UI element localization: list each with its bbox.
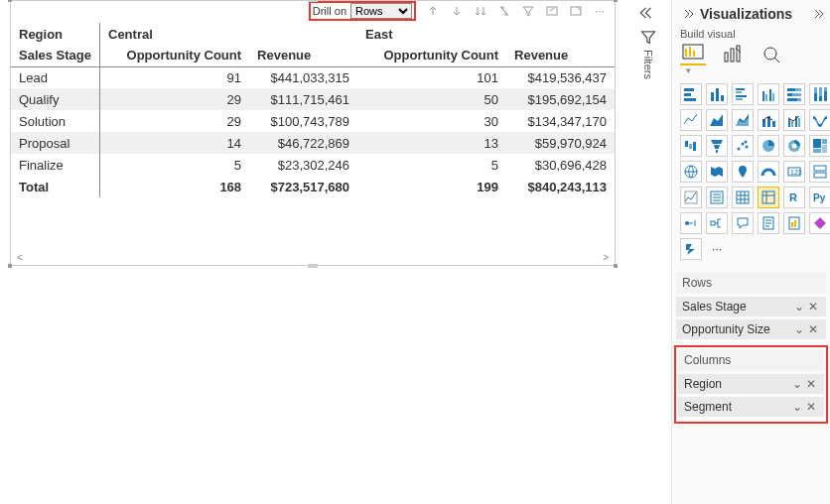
viz-card[interactable]: 123 (783, 161, 805, 183)
viz-power-automate[interactable] (680, 238, 702, 260)
expand-pane-icon[interactable] (810, 7, 824, 21)
viz-gauge[interactable] (758, 161, 779, 183)
remove-field-icon[interactable]: ✕ (804, 400, 818, 414)
filters-icon (639, 28, 657, 46)
svg-rect-38 (772, 121, 775, 127)
header-sales-stage: Sales Stage (11, 45, 100, 66)
viz-key-influencers[interactable] (680, 212, 702, 234)
chevron-down-icon[interactable]: ⌄ (790, 400, 804, 414)
svg-rect-40 (791, 121, 793, 127)
svg-rect-8 (737, 46, 740, 62)
viz-donut[interactable] (783, 135, 805, 157)
svg-rect-31 (814, 87, 817, 93)
svg-rect-7 (731, 49, 734, 62)
columns-field-item[interactable]: Region⌄✕ (678, 374, 824, 394)
scroll-right-icon[interactable]: > (603, 252, 609, 263)
viz-r-script[interactable]: R (783, 187, 805, 208)
viz-clustered-column[interactable] (758, 83, 779, 105)
chevron-down-icon[interactable]: ⌄ (792, 300, 806, 314)
viz-line[interactable] (680, 109, 702, 131)
viz-scatter[interactable] (732, 135, 754, 157)
rows-field-item[interactable]: Opportunity Size⌄✕ (676, 319, 826, 339)
analytics-tab[interactable] (760, 44, 785, 65)
viz-funnel[interactable] (706, 135, 728, 157)
scroll-left-icon[interactable]: < (17, 252, 23, 263)
filter-icon[interactable] (521, 4, 535, 18)
viz-filled-map[interactable] (706, 161, 728, 183)
table-row: Finalize5$23,302,2465$30,696,428 (11, 154, 615, 176)
viz-ribbon[interactable] (809, 109, 830, 131)
viz-area[interactable] (706, 109, 728, 131)
viz-paginated-report[interactable] (783, 212, 805, 234)
viz-azure-map[interactable] (732, 161, 754, 183)
expand-next-icon[interactable] (497, 4, 511, 18)
viz-decomposition-tree[interactable] (706, 212, 728, 234)
viz-stacked-area[interactable] (732, 109, 754, 131)
filters-pane-collapsed[interactable]: Filters (633, 4, 663, 83)
viz-waterfall[interactable] (680, 135, 702, 157)
header-revenue-2: Revenue (506, 45, 615, 66)
header-central: Central (100, 23, 358, 45)
table-row: Proposal14$46,722,86913$59,970,924 (11, 132, 615, 154)
drill-up-icon[interactable] (426, 4, 440, 18)
svg-rect-1 (571, 7, 581, 15)
svg-rect-12 (684, 98, 696, 101)
chevron-down-icon[interactable]: ⌄ (790, 377, 804, 391)
rows-field-well: Rows Sales Stage⌄✕ Opportunity Size⌄✕ (676, 272, 826, 339)
viz-stacked-bar[interactable] (680, 83, 702, 105)
svg-rect-61 (814, 173, 826, 178)
viz-stacked-column[interactable] (706, 83, 728, 105)
matrix-visual[interactable]: Drill on Rows ··· Region Central East Sa… (10, 0, 616, 266)
columns-field-well: Columns Region⌄✕ Segment⌄✕ (678, 349, 824, 417)
expand-filters-icon[interactable] (639, 4, 657, 22)
format-visual-tab[interactable] (720, 44, 746, 65)
viz-100-stacked-column[interactable] (809, 83, 830, 105)
viz-map[interactable] (680, 161, 702, 183)
viz-100-stacked-bar[interactable] (783, 83, 805, 105)
chevron-down-icon[interactable]: ⌄ (792, 322, 806, 336)
build-visual-tab[interactable] (680, 44, 706, 65)
viz-qna[interactable] (732, 212, 754, 234)
rows-field-item[interactable]: Sales Stage⌄✕ (676, 297, 826, 316)
viz-kpi[interactable] (680, 187, 702, 208)
svg-rect-0 (547, 7, 557, 15)
svg-rect-33 (819, 87, 822, 96)
svg-rect-53 (813, 139, 821, 148)
viz-power-apps[interactable] (809, 212, 830, 234)
svg-text:Py: Py (813, 192, 826, 203)
expand-all-icon[interactable] (474, 4, 487, 18)
remove-field-icon[interactable]: ✕ (806, 300, 820, 314)
focus-mode-icon[interactable] (545, 4, 559, 18)
viz-more[interactable]: ··· (706, 238, 728, 260)
viz-multi-row-card[interactable] (809, 161, 830, 183)
viz-line-clustered-column[interactable] (783, 109, 805, 131)
more-options-icon[interactable]: ··· (593, 4, 607, 18)
rows-well-title: Rows (676, 272, 826, 294)
spotlight-icon[interactable] (569, 4, 583, 18)
horizontal-scrollbar[interactable]: < > (11, 249, 615, 265)
viz-python[interactable]: Py (809, 187, 830, 208)
viz-line-stacked-column[interactable] (758, 109, 779, 131)
viz-smart-narrative[interactable] (758, 212, 779, 234)
viz-slicer[interactable] (706, 187, 728, 208)
viz-pie[interactable] (758, 135, 779, 157)
svg-point-48 (746, 146, 749, 149)
svg-rect-43 (685, 141, 688, 147)
drill-down-icon[interactable] (450, 4, 464, 18)
columns-field-item[interactable]: Segment⌄✕ (678, 397, 824, 417)
svg-rect-5 (693, 51, 695, 57)
table-row-total: Total168$723,517,680199$840,243,113 (11, 176, 615, 197)
viz-clustered-bar[interactable] (732, 83, 754, 105)
table-row: Lead91$441,033,315101$419,536,437 (11, 66, 615, 88)
remove-field-icon[interactable]: ✕ (804, 377, 818, 391)
drill-on-select[interactable]: Rows (350, 3, 412, 19)
svg-rect-60 (814, 166, 826, 171)
svg-text:123: 123 (790, 169, 802, 176)
remove-field-icon[interactable]: ✕ (806, 322, 820, 336)
viz-table[interactable] (732, 187, 754, 208)
viz-matrix[interactable] (758, 187, 779, 208)
viz-treemap[interactable] (809, 135, 830, 157)
svg-rect-25 (795, 88, 801, 91)
svg-rect-13 (711, 92, 714, 101)
collapse-pane-icon[interactable] (680, 7, 694, 21)
